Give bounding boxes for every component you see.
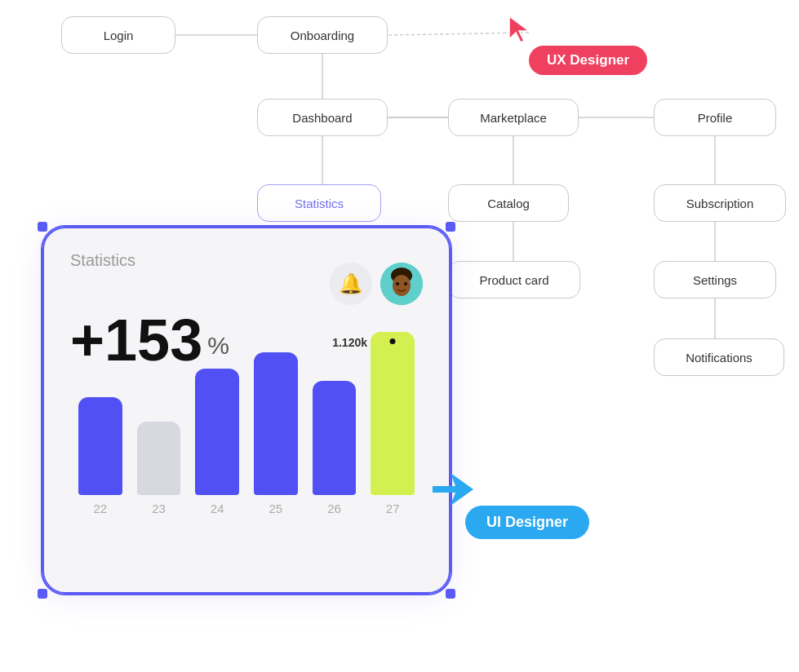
node-dashboard[interactable]: Dashboard [257, 99, 388, 136]
ui-designer-badge: UI Designer [465, 506, 589, 539]
node-statistics[interactable]: Statistics [257, 184, 381, 222]
bar-26 [313, 381, 357, 495]
node-profile[interactable]: Profile [654, 99, 776, 136]
bar-24 [195, 369, 239, 495]
node-product-card-label: Product card [479, 273, 548, 287]
ux-designer-badge: UX Designer [529, 46, 647, 75]
icons-row: 🔔 [330, 263, 423, 305]
bell-button[interactable]: 🔔 [330, 263, 372, 305]
avatar-button[interactable] [380, 263, 423, 305]
selection-handle-tl[interactable] [38, 222, 47, 232]
node-dashboard-label: Dashboard [292, 111, 352, 125]
node-login-label: Login [104, 29, 134, 42]
node-login[interactable]: Login [61, 16, 175, 54]
bar-group-26: 26 [313, 381, 357, 515]
bar-23 [137, 422, 181, 495]
bar-group-24: 24 [195, 369, 239, 515]
bar-label-22: 22 [93, 502, 107, 515]
node-statistics-label: Statistics [295, 197, 344, 210]
bar-25 [254, 352, 298, 495]
bar-label-23: 23 [152, 502, 166, 515]
chart-area: 1.120k 22 23 24 [70, 336, 423, 548]
svg-point-14 [393, 275, 411, 296]
svg-point-15 [396, 282, 399, 285]
bar-22 [78, 397, 122, 495]
node-notifications-label: Notifications [686, 351, 752, 365]
selection-handle-bl[interactable] [38, 589, 47, 599]
dot-indicator [390, 338, 396, 344]
node-product-card[interactable]: Product card [448, 261, 580, 298]
node-notifications[interactable]: Notifications [654, 338, 784, 376]
bar-27 [371, 332, 415, 495]
node-subscription-label: Subscription [686, 197, 754, 210]
statistics-card: Statistics 🔔 [42, 227, 451, 594]
bar-group-25: 25 [254, 352, 298, 515]
cursor-arrow-icon [508, 15, 534, 41]
bar-label-25: 25 [269, 502, 283, 515]
svg-marker-17 [433, 473, 473, 506]
node-settings[interactable]: Settings [654, 261, 776, 298]
selection-handle-tr[interactable] [446, 222, 455, 232]
node-marketplace[interactable]: Marketplace [448, 99, 579, 136]
node-onboarding-label: Onboarding [291, 29, 354, 42]
bar-label-27: 27 [386, 502, 400, 515]
node-settings-label: Settings [693, 273, 737, 287]
ux-designer-label: UX Designer [547, 52, 629, 68]
ui-designer-label: UI Designer [486, 514, 568, 530]
bar-group-22: 22 [78, 397, 122, 515]
node-marketplace-label: Marketplace [480, 111, 547, 125]
svg-marker-11 [509, 16, 529, 42]
node-subscription[interactable]: Subscription [654, 184, 786, 222]
chart-arrow-icon [433, 471, 473, 511]
selection-handle-br[interactable] [446, 589, 455, 599]
node-profile-label: Profile [698, 111, 733, 125]
node-catalog[interactable]: Catalog [448, 184, 569, 222]
node-catalog-label: Catalog [487, 197, 530, 210]
bars-container: 22 23 24 25 [70, 336, 423, 515]
bar-group-27: 27 [371, 332, 415, 515]
svg-point-16 [404, 282, 407, 285]
bar-label-26: 26 [327, 502, 341, 515]
bar-label-24: 24 [211, 502, 224, 515]
node-onboarding[interactable]: Onboarding [257, 16, 388, 54]
bar-group-23: 23 [137, 422, 181, 515]
